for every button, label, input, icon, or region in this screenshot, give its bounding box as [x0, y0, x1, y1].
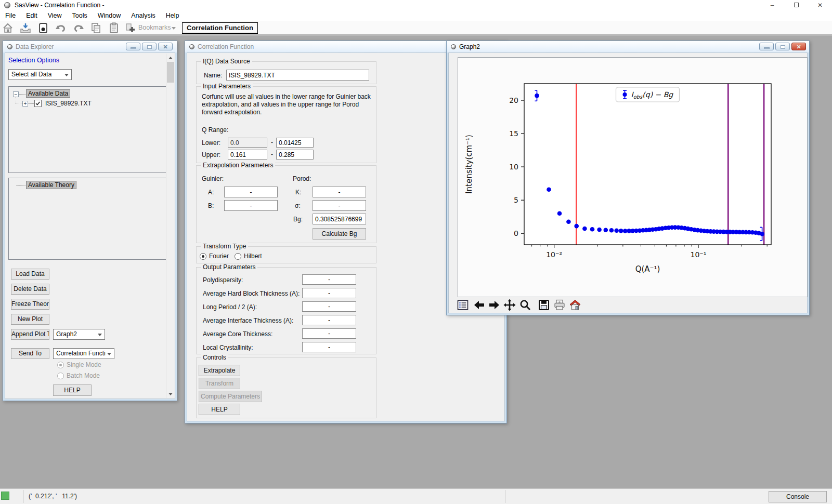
menu-window[interactable]: Window: [93, 10, 126, 21]
svg-text:20: 20: [509, 96, 518, 104]
home-button[interactable]: [1, 21, 15, 34]
long-period-field[interactable]: [302, 301, 356, 312]
menu-tools[interactable]: Tools: [67, 10, 93, 21]
porod-sigma-field[interactable]: [313, 200, 366, 211]
append-plot-to-button[interactable]: Append Plot To: [11, 329, 49, 340]
scroll-up-arrow[interactable]: [166, 54, 175, 62]
core-thickness-field[interactable]: [302, 328, 356, 339]
bookmarks-label[interactable]: Bookmarks: [138, 24, 171, 31]
send-to-button[interactable]: Send To: [11, 348, 49, 359]
hilbert-radio[interactable]: Hilbert: [235, 253, 262, 260]
paste-button[interactable]: [107, 21, 121, 34]
plot-canvas[interactable]: 0510152010⁻²10⁻¹Iobs(q) − BgQ(A⁻¹)Intens…: [458, 57, 808, 297]
guinier-b-field[interactable]: [224, 200, 278, 211]
local-crystallinity-field[interactable]: [302, 342, 356, 352]
redo-icon: [72, 22, 85, 34]
radio-icon: [57, 362, 64, 368]
batch-mode-radio[interactable]: Batch Mode: [57, 372, 100, 379]
report-icon: [37, 22, 49, 34]
tree-node-available-theory[interactable]: Available Theory: [26, 181, 76, 189]
freeze-theory-button[interactable]: Freeze Theory: [11, 299, 49, 310]
explorer-help-button[interactable]: HELP: [53, 384, 92, 396]
polydispersity-field[interactable]: [302, 274, 356, 285]
upper-max-field[interactable]: [276, 150, 314, 160]
dataset-checkbox[interactable]: [34, 100, 42, 107]
bookmark-button[interactable]: [124, 21, 137, 34]
single-mode-radio[interactable]: Single Mode: [57, 361, 101, 368]
send-to-target-combo[interactable]: Correlation Function: [53, 348, 114, 359]
output-label: Local Crystallinity:: [203, 344, 253, 351]
bg-field[interactable]: [313, 214, 366, 224]
load-data-button[interactable]: Load Data: [11, 269, 49, 280]
load-data-button[interactable]: [19, 21, 32, 34]
append-plot-target-combo[interactable]: Graph2: [53, 329, 105, 340]
fourier-label: Fourier: [209, 253, 229, 260]
upper-min-field[interactable]: [228, 150, 267, 160]
panel-maximize-button[interactable]: [142, 43, 157, 50]
bookmarks-caret-icon[interactable]: [172, 27, 176, 30]
copy-icon: [90, 22, 102, 34]
context-menu-button[interactable]: [456, 298, 470, 312]
scroll-down-arrow[interactable]: [166, 390, 175, 398]
paste-icon: [108, 22, 120, 34]
corfunc-help-button[interactable]: HELP: [199, 404, 240, 415]
transform-button[interactable]: Transform: [199, 378, 240, 389]
zoom-button[interactable]: [518, 298, 532, 312]
fourier-radio[interactable]: Fourier: [200, 253, 229, 260]
graph-minimize-button[interactable]: [759, 43, 774, 50]
main-toolbar: Bookmarks Correlation Function: [0, 21, 832, 35]
sigma-label: σ:: [295, 202, 301, 209]
graph-maximize-button[interactable]: [775, 43, 790, 50]
copy-button[interactable]: [89, 21, 103, 34]
report-button[interactable]: [36, 21, 50, 34]
tree-node-dataset[interactable]: ISIS_98929.TXT: [45, 100, 92, 107]
undo-button[interactable]: [54, 21, 68, 34]
menu-view[interactable]: View: [43, 10, 67, 21]
print-button[interactable]: [553, 298, 566, 312]
window-minimize-button[interactable]: –: [760, 0, 784, 10]
extrapolate-button[interactable]: Extrapolate: [199, 365, 240, 376]
save-button[interactable]: [537, 298, 551, 312]
back-button[interactable]: [473, 298, 486, 312]
pan-button[interactable]: [503, 298, 516, 312]
iq-data-source-legend: I(Q) Data Source: [201, 58, 252, 65]
output-parameters-group: Output Parameters Polydispersity: Averag…: [196, 267, 376, 354]
scroll-thumb[interactable]: [167, 62, 174, 83]
window-restore-button[interactable]: [784, 0, 808, 10]
redo-button[interactable]: [72, 21, 85, 34]
lower-min-field[interactable]: [228, 138, 267, 148]
window-close-button[interactable]: ✕: [808, 0, 832, 10]
new-plot-button[interactable]: New Plot: [11, 314, 49, 325]
panel-close-button[interactable]: ✕: [158, 43, 173, 50]
name-field[interactable]: [226, 70, 369, 81]
tree-node-available-data[interactable]: Available Data: [26, 89, 70, 98]
menu-file[interactable]: File: [0, 10, 21, 21]
graph-close-button[interactable]: ✕: [791, 43, 806, 50]
cursor-coordinates: (' 0.212', ' 11.2'): [29, 493, 77, 500]
panel-minimize-button[interactable]: [126, 43, 140, 50]
graph-home-button[interactable]: [568, 298, 582, 312]
delete-data-button[interactable]: Delete Data: [11, 284, 49, 295]
expand-icon[interactable]: +: [22, 101, 28, 107]
tab-correlation-function[interactable]: Correlation Function: [182, 22, 258, 34]
guinier-a-field[interactable]: [224, 187, 278, 197]
select-all-data-combo[interactable]: Select all Data: [8, 69, 72, 80]
explorer-scrollbar[interactable]: [166, 54, 174, 398]
compute-parameters-button[interactable]: Compute Parameters: [199, 391, 262, 402]
calculate-bg-button[interactable]: Calculate Bg: [313, 228, 366, 240]
porod-k-field[interactable]: [313, 187, 366, 197]
forward-button[interactable]: [487, 298, 501, 312]
console-button[interactable]: Console: [769, 491, 827, 502]
corfunc-description: Corfunc will use all values in the lower…: [202, 93, 371, 116]
interface-thickness-field[interactable]: [302, 315, 356, 325]
menu-help[interactable]: Help: [161, 10, 185, 21]
data-explorer-window: Data Explorer ✕ Selection Options Select…: [3, 41, 177, 401]
hard-block-thickness-field[interactable]: [302, 288, 356, 298]
lower-max-field[interactable]: [276, 138, 314, 148]
collapse-icon[interactable]: −: [13, 91, 19, 97]
menu-edit[interactable]: Edit: [21, 10, 43, 21]
graph2-titlebar[interactable]: Graph2: [447, 41, 809, 52]
qrange-label: Q Range:: [202, 126, 228, 134]
controls-legend: Controls: [201, 354, 228, 361]
menu-analysis[interactable]: Analysis: [126, 10, 161, 21]
